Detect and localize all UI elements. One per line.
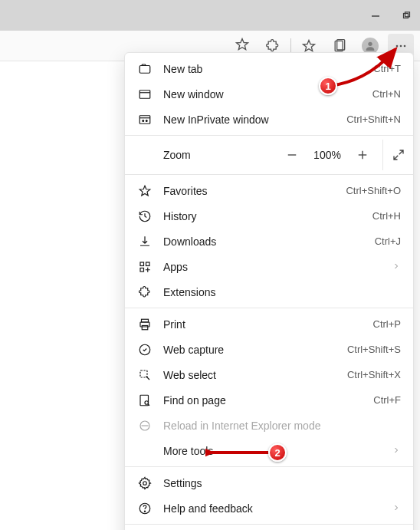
zoom-label: Zoom [163, 149, 283, 161]
history-icon [137, 209, 153, 224]
menu-item-reload-ie: Reload in Internet Explorer mode [125, 413, 413, 438]
menu-item-label: Print [163, 318, 363, 331]
menu-item-label: Favorites [163, 185, 335, 197]
menu-item-label: Web select [163, 369, 336, 381]
download-icon [137, 234, 153, 249]
menu-item-shortcut: Ctrl+J [375, 235, 401, 247]
svg-point-35 [144, 511, 145, 512]
menu-item-shortcut: Ctrl+Shift+X [347, 369, 401, 380]
print-icon [137, 317, 153, 332]
zoom-out-button[interactable] [283, 146, 301, 164]
menu-item-shortcut: Ctrl+Shift+N [346, 114, 401, 125]
menu-item-label: Settings [163, 477, 401, 489]
menu-item-downloads[interactable]: Downloads Ctrl+J [125, 229, 413, 254]
menu-item-shortcut: Ctrl+Shift+S [347, 344, 401, 355]
menu-item-new-inprivate[interactable]: New InPrivate window Ctrl+Shift+N [125, 107, 413, 132]
search-icon [137, 393, 153, 408]
svg-point-16 [143, 120, 144, 121]
menu-item-shortcut: Ctrl+F [373, 394, 401, 406]
annotation-badge-2: 2 [268, 443, 287, 462]
svg-point-31 [145, 400, 149, 404]
svg-rect-14 [139, 115, 150, 123]
menu-item-shortcut: Ctrl+P [373, 318, 401, 330]
ie-icon [137, 418, 153, 433]
menu-divider [125, 174, 413, 175]
menu-item-label: Apps [163, 261, 381, 273]
svg-rect-1 [404, 14, 409, 18]
menu-item-extensions[interactable]: Extensions [125, 279, 413, 305]
zoom-in-button[interactable] [353, 146, 372, 164]
menu-item-label: Find on page [163, 394, 363, 407]
menu-item-label: Web capture [163, 344, 336, 356]
svg-rect-24 [140, 268, 144, 272]
menu-item-label: New InPrivate window [163, 114, 336, 126]
menu-item-history[interactable]: History Ctrl+H [125, 203, 413, 229]
menu-item-print[interactable]: Print Ctrl+P [125, 311, 413, 337]
restore-icon[interactable] [402, 11, 411, 20]
fullscreen-button[interactable] [382, 140, 413, 170]
menu-divider [125, 308, 413, 308]
svg-point-8 [396, 44, 399, 47]
svg-point-9 [400, 44, 402, 47]
menu-item-label: History [163, 210, 362, 222]
svg-rect-27 [142, 325, 148, 329]
star-icon [137, 183, 153, 199]
svg-marker-3 [237, 39, 248, 50]
svg-rect-12 [139, 90, 150, 98]
menu-item-find[interactable]: Find on page Ctrl+F [125, 387, 413, 413]
menu-item-apps[interactable]: Apps [125, 254, 413, 279]
select-icon [137, 367, 153, 383]
window-titlebar [0, 0, 420, 31]
puzzle-icon [137, 285, 153, 300]
menu-divider [125, 466, 413, 467]
svg-marker-4 [304, 40, 315, 51]
menu-item-settings[interactable]: Settings [125, 470, 413, 495]
window-icon [137, 87, 153, 102]
menu-item-shortcut: Ctrl+H [372, 210, 401, 222]
menu-item-new-window[interactable]: New window Ctrl+N [125, 81, 413, 107]
menu-item-label: Reload in Internet Explorer mode [163, 420, 401, 432]
menu-item-help[interactable]: Help and feedback [125, 495, 413, 521]
inprivate-icon [137, 112, 153, 127]
menu-item-label: Help and feedback [163, 502, 381, 515]
annotation-badge-1: 1 [319, 77, 337, 95]
menu-item-zoom: Zoom 100% [125, 139, 413, 171]
menu-item-web-capture[interactable]: Web capture Ctrl+Shift+S [125, 337, 413, 362]
svg-rect-2 [405, 12, 410, 17]
chevron-right-icon [392, 445, 401, 457]
menu-item-label: New tab [163, 63, 363, 75]
svg-point-7 [368, 41, 372, 45]
settings-more-menu: New tab Ctrl+T New window Ctrl+N New InP… [124, 52, 414, 530]
menu-item-favorites[interactable]: Favorites Ctrl+Shift+O [125, 178, 413, 203]
svg-point-17 [146, 120, 147, 121]
svg-rect-22 [140, 262, 144, 266]
svg-point-33 [143, 481, 147, 485]
capture-icon [137, 342, 153, 357]
apps-icon [137, 259, 153, 275]
svg-rect-11 [139, 65, 150, 73]
menu-item-shortcut: Ctrl+N [372, 88, 401, 100]
svg-rect-23 [146, 262, 150, 266]
menu-item-shortcut: Ctrl+Shift+O [346, 185, 401, 196]
chevron-right-icon [392, 502, 401, 515]
menu-item-web-select[interactable]: Web select Ctrl+Shift+X [125, 362, 413, 387]
menu-item-shortcut: Ctrl+T [373, 63, 401, 74]
zoom-value: 100% [312, 149, 343, 161]
gear-icon [137, 476, 153, 491]
svg-marker-21 [139, 186, 150, 196]
menu-item-new-tab[interactable]: New tab Ctrl+T [125, 56, 413, 81]
svg-point-10 [404, 44, 406, 47]
menu-divider [125, 524, 413, 525]
menu-item-label: Downloads [163, 235, 364, 248]
menu-divider [125, 135, 413, 136]
tab-icon [137, 61, 153, 77]
chevron-right-icon [392, 261, 401, 273]
help-icon [137, 501, 153, 516]
menu-item-label: Extensions [163, 286, 401, 298]
minimize-icon[interactable] [371, 11, 380, 20]
toolbar-separator [290, 38, 291, 54]
